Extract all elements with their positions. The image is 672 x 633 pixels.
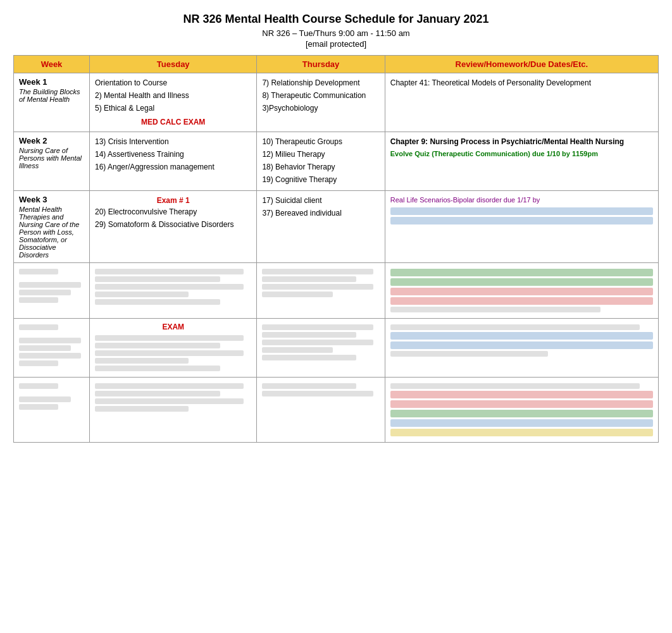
blurred-w6-tue2 [95, 391, 220, 396]
blurred-1 [390, 207, 653, 215]
blurred-week-title [19, 269, 58, 274]
blurred-thu3 [262, 284, 373, 290]
week2-review: Chapter 9: Nursing Process in Psychiatri… [385, 132, 658, 191]
email-line: [email protected] [13, 39, 659, 49]
blurred-w5-tue2 [95, 343, 220, 348]
table-row: Week 2 Nursing Care of Persons with Ment… [14, 132, 659, 191]
week6-thursday [257, 378, 385, 443]
week1-review: Chapter 41: Theoretical Models of Person… [385, 73, 658, 132]
blurred-week-sub3 [19, 297, 58, 303]
col-header-week: Week [14, 56, 90, 73]
w1-thu-2: 8) Therapeutic Communication [262, 90, 379, 101]
blurred-w6-tue1 [95, 383, 244, 389]
blurred-rev-txt1 [390, 307, 600, 312]
w1-tue-3: 5) Ethical & Legal [95, 102, 251, 114]
blurred-tue2 [95, 276, 220, 282]
week3-thursday: 17) Suicidal client 37) Bereaved individ… [257, 191, 385, 263]
blurred-w5-thu3 [262, 340, 373, 345]
week1-title: Week 1 [19, 77, 84, 87]
blurred-thu4 [262, 292, 332, 297]
page-container: NR 326 Mental Health Course Schedule for… [13, 13, 659, 443]
exam1-label: Exam # 1 [95, 195, 251, 206]
blurred-week-sub2 [19, 290, 71, 295]
w2-thu-4: 19) Cognitive Therapy [262, 174, 379, 185]
blurred-w6-thu2 [262, 391, 373, 396]
week1-thursday: 7) Relationship Development 8) Therapeut… [257, 73, 385, 132]
blurred-w6-pink1 [390, 391, 653, 398]
week1-tuesday: Orientation to Course 2) Mental Health a… [90, 73, 257, 132]
w2-thu-3: 18) Behavior Therapy [262, 161, 379, 173]
blurred-w5-thu4 [262, 347, 332, 353]
schedule-table: Week Tuesday Thursday Review/Homework/Du… [13, 55, 659, 443]
week2-subtitle: Nursing Care of Persons with Mental Illn… [19, 147, 84, 169]
w2-tue-2: 14) Assertiveness Training [95, 149, 251, 160]
table-row [14, 378, 659, 443]
week1-cell: Week 1 The Building Blocks of Mental Hea… [14, 73, 90, 132]
blurred-w6-sub1 [19, 396, 71, 402]
blurred-w6-tue4 [95, 406, 189, 412]
blurred-w5-sub2 [19, 345, 71, 351]
w1-tue-2: 2) Mental Health and Illness [95, 90, 251, 101]
blurred-w6-thu1 [262, 383, 356, 389]
blurred-2 [390, 217, 653, 224]
blurred-rev-green1 [390, 269, 653, 276]
week6-cell [14, 378, 90, 443]
col-header-tuesday: Tuesday [90, 56, 257, 73]
col-header-thursday: Thursday [257, 56, 385, 73]
w3-thu-2: 37) Bereaved individual [262, 207, 379, 219]
week5-review [385, 319, 658, 378]
w2-thu-1: 10) Therapeutic Groups [262, 136, 379, 147]
blurred-w5-blue1 [390, 332, 653, 340]
blurred-w5-rev1 [390, 324, 640, 330]
week4-thursday [257, 263, 385, 319]
w3-tue-1: 20) Electroconvulsive Therapy [95, 206, 251, 218]
blurred-w6-title [19, 383, 58, 389]
blurred-rev-pink1 [390, 288, 653, 295]
table-row: Week 3 Mental Health Therapies and Nursi… [14, 191, 659, 263]
week2-cell: Week 2 Nursing Care of Persons with Ment… [14, 132, 90, 191]
col-header-review: Review/Homework/Due Dates/Etc. [385, 56, 658, 73]
blurred-w6-pink2 [390, 400, 653, 408]
blurred-w5-blue2 [390, 341, 653, 349]
w3-thu-1: 17) Suicidal client [262, 195, 379, 206]
blurred-w5-sub4 [19, 360, 58, 366]
subtitle: NR 326 – Tue/Thurs 9:00 am - 11:50 am [13, 28, 659, 38]
week2-title: Week 2 [19, 136, 84, 145]
week4-tuesday [90, 263, 257, 319]
week6-tuesday [90, 378, 257, 443]
blurred-w5-sub1 [19, 338, 81, 343]
w2-rev-2: Evolve Quiz (Therapeutic Communication) … [390, 149, 653, 159]
week1-subtitle: The Building Blocks of Mental Health [19, 88, 84, 103]
blurred-w5-tue1 [95, 335, 244, 341]
blurred-thu2 [262, 276, 356, 282]
week2-tuesday: 13) Crisis Intervention 14) Assertivenes… [90, 132, 257, 191]
w1-thu-3: 3)Psychobiology [262, 102, 379, 114]
blurred-tue4 [95, 292, 189, 297]
week4-cell [14, 263, 90, 319]
blurred-w5-tue5 [95, 366, 220, 371]
blurred-tue1 [95, 269, 244, 274]
blurred-tue5 [95, 299, 220, 305]
week3-title: Week 3 [19, 195, 84, 204]
w3-rev-1: Real Life Scenarios-Bipolar disorder due… [390, 195, 653, 206]
week3-subtitle: Mental Health Therapies and Nursing Care… [19, 206, 84, 259]
main-title: NR 326 Mental Health Course Schedule for… [13, 13, 659, 26]
week3-cell: Week 3 Mental Health Therapies and Nursi… [14, 191, 90, 263]
table-row: Week 1 The Building Blocks of Mental Hea… [14, 73, 659, 132]
blurred-w5-thu1 [262, 324, 373, 330]
blurred-week-sub1 [19, 282, 81, 288]
title-section: NR 326 Mental Health Course Schedule for… [13, 13, 659, 49]
blurred-w6-rev1 [390, 383, 640, 389]
week6-review [385, 378, 658, 443]
blurred-thu1 [262, 269, 373, 274]
week5-cell [14, 319, 90, 378]
w1-tue-1: Orientation to Course [95, 77, 251, 89]
w3-tue-2: 29) Somatoform & Dissociative Disorders [95, 219, 251, 230]
blurred-tue3 [95, 284, 244, 290]
med-calc-exam: MED CALC EXAM [95, 116, 251, 128]
blurred-w6-tue3 [95, 398, 244, 404]
blurred-w5-title [19, 324, 58, 330]
w2-rev-1: Chapter 9: Nursing Process in Psychiatri… [390, 136, 653, 147]
w2-tue-1: 13) Crisis Intervention [95, 136, 251, 147]
week5-thursday [257, 319, 385, 378]
